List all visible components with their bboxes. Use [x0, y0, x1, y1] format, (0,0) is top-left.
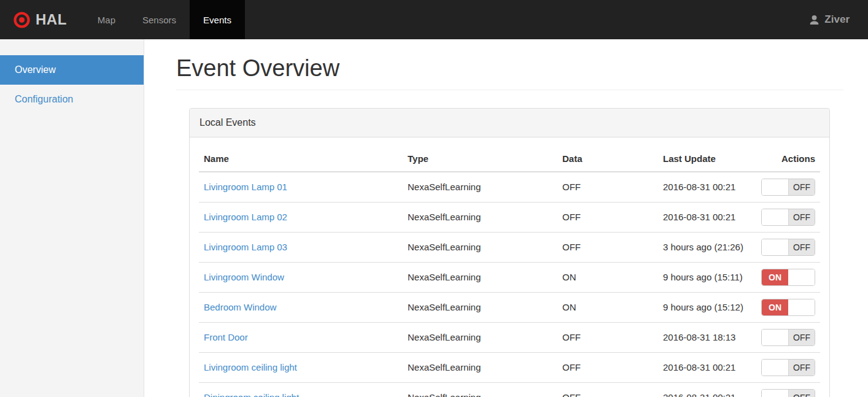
event-name-link[interactable]: Front Door [204, 332, 248, 342]
event-type-cell: NexaSelfLearning [403, 202, 557, 232]
toggle-switch[interactable]: OFF [761, 179, 815, 196]
column-header-actions: Actions [756, 147, 820, 172]
event-actions-cell: ON [756, 292, 820, 322]
toggle-handle [762, 330, 788, 345]
event-name-link[interactable]: Livingroom Lamp 03 [204, 242, 287, 252]
event-name-cell: Livingroom Window [199, 262, 403, 292]
event-data-cell: OFF [557, 382, 658, 397]
sidebar-item-configuration[interactable]: Configuration [0, 85, 144, 114]
nav-item-map[interactable]: Map [84, 0, 129, 39]
panel-body: Name Type Data Last Update Actions Livin… [190, 137, 829, 397]
user-name: Ziver [824, 13, 850, 26]
toggle-state-label: OFF [788, 239, 815, 255]
event-name-link[interactable]: Livingroom Lamp 02 [204, 212, 287, 222]
table-row: Front DoorNexaSelfLearningOFF2016-08-31 … [199, 322, 820, 352]
sidebar: Overview Configuration [0, 39, 144, 397]
toggle-switch[interactable]: OFF [761, 359, 815, 376]
event-name-cell: Livingroom Lamp 01 [199, 172, 403, 202]
title-divider [176, 90, 843, 90]
table-row: Livingroom Lamp 02NexaSelfLearningOFF201… [199, 202, 820, 232]
local-events-panel: Local Events Name Type Data Last Update … [189, 108, 830, 397]
toggle-handle [762, 209, 788, 225]
event-type-cell: NexaSelfLearning [403, 262, 557, 292]
event-actions-cell: OFF [756, 202, 820, 232]
top-navbar: HAL Map Sensors Events Ziver [0, 0, 868, 39]
event-data-cell: ON [557, 262, 658, 292]
event-data-cell: OFF [557, 322, 658, 352]
events-table-body: Livingroom Lamp 01NexaSelfLearningOFF201… [199, 172, 820, 397]
event-name-cell: Diningroom ceiling light [199, 382, 403, 397]
event-last-update-cell: 9 hours ago (15:11) [658, 262, 756, 292]
event-last-update-cell: 3 hours ago (21:26) [658, 232, 756, 262]
toggle-handle [762, 239, 788, 255]
event-type-cell: NexaSelfLearning [403, 292, 557, 322]
event-name-link[interactable]: Livingroom ceiling light [204, 362, 297, 372]
event-name-cell: Bedroom Window [199, 292, 403, 322]
main-content: Event Overview Local Events Name Type Da… [145, 39, 868, 397]
main-nav: Map Sensors Events [84, 0, 245, 39]
toggle-switch[interactable]: OFF [761, 389, 815, 397]
column-header-type: Type [403, 147, 557, 172]
event-type-cell: NexaSelfLearning [403, 322, 557, 352]
toggle-state-label: OFF [788, 390, 815, 397]
toggle-state-label: ON [762, 299, 788, 315]
table-row: Livingroom ceiling lightNexaSelfLearning… [199, 352, 820, 382]
toggle-state-label: OFF [788, 209, 815, 225]
event-last-update-cell: 9 hours ago (15:12) [658, 292, 756, 322]
nav-item-events[interactable]: Events [190, 0, 245, 39]
toggle-switch[interactable]: OFF [761, 239, 815, 256]
table-header-row: Name Type Data Last Update Actions [199, 147, 820, 172]
sidebar-item-overview[interactable]: Overview [0, 55, 144, 85]
event-type-cell: NexaSelfLearning [403, 232, 557, 262]
event-name-cell: Front Door [199, 322, 403, 352]
event-name-link[interactable]: Livingroom Window [204, 272, 284, 282]
column-header-name: Name [199, 147, 403, 172]
brand[interactable]: HAL [0, 0, 84, 39]
event-actions-cell: OFF [756, 232, 820, 262]
event-type-cell: NexaSelfLearning [403, 382, 557, 397]
event-actions-cell: OFF [756, 352, 820, 382]
table-row: Diningroom ceiling lightNexaSelfLearning… [199, 382, 820, 397]
table-row: Livingroom WindowNexaSelfLearningON9 hou… [199, 262, 820, 292]
event-actions-cell: OFF [756, 172, 820, 202]
toggle-state-label: ON [762, 269, 788, 285]
hal-logo-bullseye-icon [14, 12, 30, 28]
event-name-cell: Livingroom Lamp 02 [199, 202, 403, 232]
toggle-handle [762, 390, 788, 397]
toggle-handle [762, 179, 788, 195]
event-data-cell: OFF [557, 232, 658, 262]
column-header-data: Data [557, 147, 658, 172]
user-icon [808, 14, 820, 26]
event-name-link[interactable]: Diningroom ceiling light [204, 392, 299, 397]
toggle-switch[interactable]: ON [761, 299, 815, 316]
event-last-update-cell: 2016-08-31 00:21 [658, 382, 756, 397]
event-data-cell: OFF [557, 202, 658, 232]
brand-label: HAL [36, 11, 67, 28]
event-actions-cell: ON [756, 262, 820, 292]
toggle-switch[interactable]: OFF [761, 329, 815, 346]
user-menu[interactable]: Ziver [808, 0, 868, 39]
event-data-cell: OFF [557, 352, 658, 382]
panel-title: Local Events [190, 109, 829, 137]
event-actions-cell: OFF [756, 382, 820, 397]
table-row: Livingroom Lamp 01NexaSelfLearningOFF201… [199, 172, 820, 202]
event-last-update-cell: 2016-08-31 00:21 [658, 202, 756, 232]
toggle-handle [788, 269, 815, 285]
event-name-cell: Livingroom ceiling light [199, 352, 403, 382]
nav-item-sensors[interactable]: Sensors [129, 0, 190, 39]
toggle-switch[interactable]: ON [761, 269, 815, 286]
event-type-cell: NexaSelfLearning [403, 352, 557, 382]
event-actions-cell: OFF [756, 322, 820, 352]
event-last-update-cell: 2016-08-31 00:21 [658, 352, 756, 382]
event-type-cell: NexaSelfLearning [403, 172, 557, 202]
toggle-switch[interactable]: OFF [761, 209, 815, 226]
toggle-state-label: OFF [788, 179, 815, 195]
table-row: Livingroom Lamp 03NexaSelfLearningOFF3 h… [199, 232, 820, 262]
event-name-link[interactable]: Livingroom Lamp 01 [204, 182, 287, 192]
column-header-last-update: Last Update [658, 147, 756, 172]
event-data-cell: ON [557, 292, 658, 322]
event-name-link[interactable]: Bedroom Window [204, 302, 276, 312]
toggle-handle [762, 360, 788, 376]
page-title: Event Overview [176, 55, 843, 82]
table-row: Bedroom WindowNexaSelfLearningON9 hours … [199, 292, 820, 322]
